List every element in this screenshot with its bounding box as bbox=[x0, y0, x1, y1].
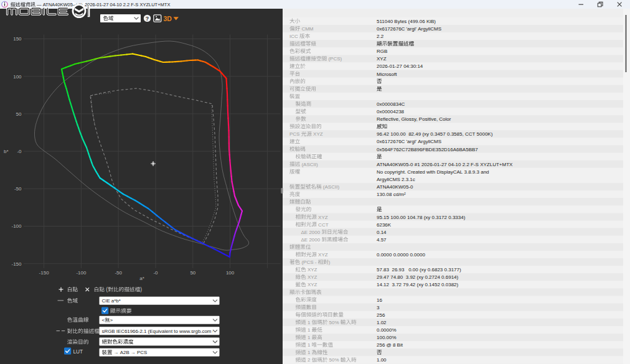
svg-text:<: < bbox=[102, 317, 105, 323]
svg-text:(PCS): (PCS) bbox=[327, 56, 342, 62]
svg-text:-150: -150 bbox=[39, 270, 50, 276]
svg-text:CCT: CCT bbox=[317, 222, 329, 228]
svg-text:(: ( bbox=[105, 286, 108, 292]
svg-text:(ASCII): (ASCII) bbox=[300, 162, 318, 167]
svg-text:50: 50 bbox=[16, 111, 22, 117]
svg-text:-0: -0 bbox=[153, 270, 158, 276]
svg-text:XYZ: XYZ bbox=[312, 131, 323, 137]
svg-text:0x564F762C72B896FBDE352D16A6BA: 0x564F762C72B896FBDE352D16A6BA5BB7 bbox=[377, 147, 478, 152]
svg-text:6236K: 6236K bbox=[377, 222, 392, 228]
svg-text:ATNA40KW05-0: ATNA40KW05-0 bbox=[377, 184, 413, 190]
svg-text:256: 256 bbox=[377, 312, 385, 318]
svg-text:ΔE 2000: ΔE 2000 bbox=[301, 237, 322, 243]
svg-text:(PCS -: (PCS - bbox=[300, 259, 317, 265]
svg-text:1: 1 bbox=[306, 350, 312, 355]
svg-text:): ) bbox=[140, 286, 142, 292]
svg-text:a*: a* bbox=[139, 276, 144, 281]
svg-text:-50: -50 bbox=[14, 186, 22, 192]
svg-text:3D: 3D bbox=[164, 15, 172, 22]
svg-text:0x6172676C 'argl' ArgyllCMS: 0x6172676C 'argl' ArgyllCMS bbox=[377, 26, 441, 32]
svg-text:sRGB IEC61966-2.1 (Equivalent: sRGB IEC61966-2.1 (Equivalent to www.srg… bbox=[102, 329, 222, 334]
svg-text:): ) bbox=[329, 259, 331, 265]
svg-text:3: 3 bbox=[377, 305, 380, 310]
svg-text:-100: -100 bbox=[12, 223, 22, 229]
svg-text:Microsoft: Microsoft bbox=[377, 72, 397, 77]
svg-text:0.0000 0.0000 0.0000: 0.0000 0.0000 0.0000 bbox=[377, 252, 425, 258]
svg-text:0.0000%: 0.0000% bbox=[377, 327, 397, 333]
svg-text:ArgyllCMS 2.3.1c: ArgyllCMS 2.3.1c bbox=[377, 177, 415, 182]
svg-text:1: 1 bbox=[306, 327, 312, 333]
svg-text:29.47 74.80 3.92 (xy 0.2724 0: 29.47 74.80 3.92 (xy 0.2724 0.6914) bbox=[377, 274, 459, 280]
svg-text:PCS: PCS bbox=[289, 131, 301, 137]
svg-text:-50: -50 bbox=[115, 270, 122, 276]
svg-text:100.00%: 100.00% bbox=[377, 335, 397, 340]
svg-text:0.14: 0.14 bbox=[377, 230, 387, 235]
svg-text:16: 16 bbox=[377, 297, 382, 303]
svg-text:2.2: 2.2 bbox=[377, 34, 384, 39]
svg-text:1: 1 bbox=[306, 335, 312, 340]
svg-text:XYZ: XYZ bbox=[377, 56, 387, 62]
svg-text:b*: b* bbox=[4, 149, 9, 154]
svg-text:CMM: CMM bbox=[300, 26, 314, 32]
svg-text:No copyright. Created with Dis: No copyright. Created with DisplayCAL 3.… bbox=[377, 169, 489, 175]
svg-text:LUT: LUT bbox=[73, 348, 83, 355]
svg-text:14.12 3.72 79.42 (xy 0.1452 0: 14.12 3.72 79.42 (xy 0.1452 0.0382) bbox=[377, 282, 459, 287]
svg-text:130.08 cd/m²: 130.08 cd/m² bbox=[377, 192, 406, 197]
svg-text:ATNA40KW05-0 #1 2026-01-27 04-: ATNA40KW05-0 #1 2026-01-27 04-10 2.2 F-S… bbox=[377, 162, 513, 167]
svg-text:4.57: 4.57 bbox=[377, 237, 387, 243]
svg-text:0x00004238: 0x00004238 bbox=[377, 109, 405, 114]
svg-text:ICC: ICC bbox=[289, 34, 299, 39]
svg-text:— ATNA40KW05-0 #1 2026-01-27 0: — ATNA40KW05-0 #1 2026-01-27 04-10 2.2 F… bbox=[35, 2, 170, 7]
svg-text:1.00: 1.00 bbox=[377, 357, 387, 363]
svg-text:CIE a*b*: CIE a*b* bbox=[102, 298, 121, 304]
svg-text:→ A2B → PCS: → A2B → PCS bbox=[113, 350, 148, 355]
svg-text:2026-01-27 04:30:14: 2026-01-27 04:30:14 bbox=[377, 63, 423, 69]
svg-text:511040 Bytes (499.06 KiB): 511040 Bytes (499.06 KiB) bbox=[377, 19, 436, 24]
svg-text:(ASCII): (ASCII) bbox=[322, 184, 340, 190]
svg-text:XYZ: XYZ bbox=[317, 215, 328, 220]
svg-text:1.02: 1.02 bbox=[377, 320, 387, 325]
svg-text:XYZ: XYZ bbox=[306, 274, 317, 280]
svg-text:-150: -150 bbox=[12, 261, 22, 267]
svg-text:150: 150 bbox=[13, 36, 22, 42]
svg-text:57.83 26.93 0.00 (xy 0.6823: 57.83 26.93 0.00 (xy 0.6823 0.3177) bbox=[377, 267, 461, 273]
svg-text:?: ? bbox=[146, 16, 149, 22]
svg-text:RGB: RGB bbox=[377, 49, 387, 54]
svg-text:95.15 100.00 104.78 (xy 0.3172: 95.15 100.00 104.78 (xy 0.3172 0.3334) bbox=[377, 215, 466, 220]
svg-text:1: 1 bbox=[306, 342, 312, 348]
svg-text:0x0000834C: 0x0000834C bbox=[377, 101, 405, 107]
svg-text:0x6172676C 'argl' ArgyllCMS: 0x6172676C 'argl' ArgyllCMS bbox=[377, 139, 441, 144]
svg-text:XYZ: XYZ bbox=[317, 252, 328, 258]
svg-text:-100: -100 bbox=[76, 270, 87, 276]
svg-text:2: 2 bbox=[306, 357, 312, 363]
svg-text:ΔE 2000: ΔE 2000 bbox=[301, 230, 322, 235]
svg-text:-0: -0 bbox=[17, 149, 22, 154]
svg-text:50: 50 bbox=[190, 270, 195, 276]
svg-text:100: 100 bbox=[226, 270, 235, 276]
svg-text:100: 100 bbox=[13, 74, 22, 80]
svg-text:XYZ: XYZ bbox=[306, 267, 317, 273]
svg-text:1: 1 bbox=[306, 320, 312, 325]
svg-text:>: > bbox=[110, 317, 113, 323]
svg-text:256 @ 8 Bit: 256 @ 8 Bit bbox=[377, 342, 403, 348]
svg-text:96.42 100.00 82.49 (xy 0.3457: 96.42 100.00 82.49 (xy 0.3457 0.3585, CC… bbox=[377, 131, 493, 137]
svg-text:Reflective, Glossy, Positive,: Reflective, Glossy, Positive, Color bbox=[377, 116, 451, 122]
svg-text:50%: 50% bbox=[327, 320, 340, 325]
svg-text:XYZ: XYZ bbox=[306, 282, 317, 287]
svg-text:50%: 50% bbox=[327, 357, 340, 363]
